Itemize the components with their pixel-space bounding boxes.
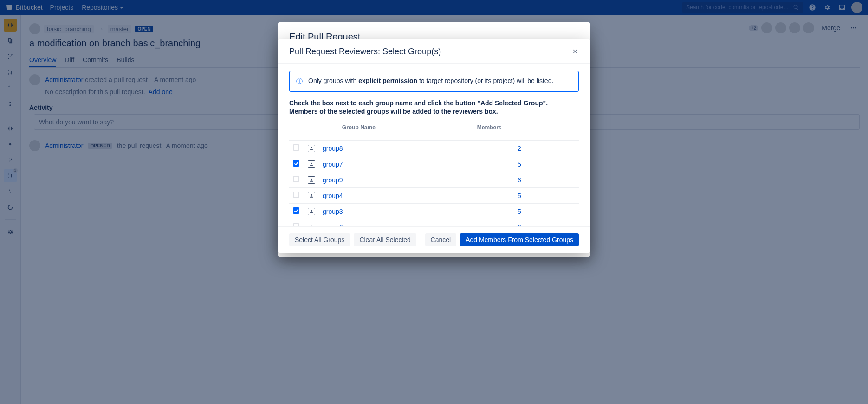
group-icon xyxy=(308,160,315,168)
group-name-link[interactable]: group8 xyxy=(323,145,343,152)
group-checkbox[interactable] xyxy=(293,192,299,198)
add-members-button[interactable]: Add Members From Selected Groups xyxy=(460,233,579,246)
group-name-link[interactable]: group3 xyxy=(323,208,343,215)
groups-table: Group Name Members xyxy=(289,122,579,134)
group-checkbox[interactable] xyxy=(293,207,299,214)
group-icon xyxy=(308,208,315,215)
instr-line2: Members of the selected groups will be a… xyxy=(289,108,498,115)
close-icon[interactable]: ✕ xyxy=(571,47,579,56)
info-text-post: to target repository (or its project) wi… xyxy=(417,77,553,84)
table-row: group66 xyxy=(289,219,579,227)
table-row: group75 xyxy=(289,156,579,172)
info-text-pre: Only groups with xyxy=(308,77,358,84)
modal-title: Pull Request Reviewers: Select Group(s) xyxy=(289,47,441,57)
info-text-bold: explicit permission xyxy=(358,77,417,84)
th-members: Members xyxy=(473,122,579,134)
instr-line1: Check the box next to each group name an… xyxy=(289,99,548,107)
table-row: group82 xyxy=(289,141,579,156)
group-icon xyxy=(308,176,315,184)
info-box: ⓘ Only groups with explicit permission t… xyxy=(289,71,579,92)
group-checkbox[interactable] xyxy=(293,144,299,151)
th-group-name: Group Name xyxy=(338,122,473,134)
group-members-link[interactable]: 5 xyxy=(518,160,521,168)
cancel-button[interactable]: Cancel xyxy=(425,233,457,246)
group-checkbox[interactable] xyxy=(293,176,299,182)
group-icon xyxy=(308,192,315,199)
select-all-button[interactable]: Select All Groups xyxy=(289,233,350,246)
group-members-link[interactable]: 5 xyxy=(518,208,521,215)
table-row: group35 xyxy=(289,204,579,219)
group-members-link[interactable]: 6 xyxy=(518,176,521,184)
group-icon xyxy=(308,145,315,152)
group-members-link[interactable]: 2 xyxy=(518,145,521,152)
modal-overlay: Edit Pull Request Save Cancel Pull Reque… xyxy=(0,0,868,404)
table-row: group45 xyxy=(289,188,579,204)
table-row: group96 xyxy=(289,172,579,188)
group-members-link[interactable]: 5 xyxy=(518,192,521,199)
group-name-link[interactable]: group7 xyxy=(323,160,343,168)
group-name-link[interactable]: group9 xyxy=(323,176,343,184)
group-name-link[interactable]: group4 xyxy=(323,192,343,199)
info-icon: ⓘ xyxy=(296,77,303,86)
group-checkbox[interactable] xyxy=(293,160,299,167)
select-groups-modal: Pull Request Reviewers: Select Group(s) … xyxy=(278,39,590,253)
clear-all-button[interactable]: Clear All Selected xyxy=(354,233,416,246)
group-checkbox[interactable] xyxy=(293,223,299,226)
